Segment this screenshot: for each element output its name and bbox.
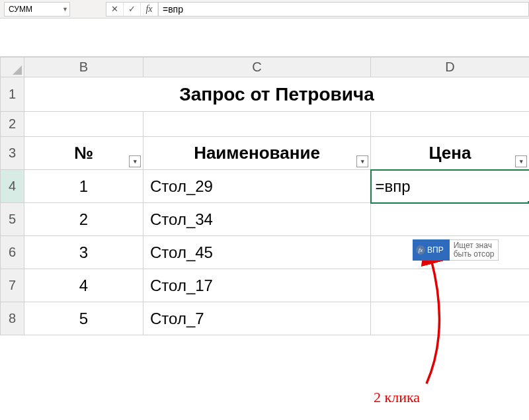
autocomplete-item[interactable]: fx ВПР (413, 239, 450, 261)
header-price-label: Цена (429, 143, 471, 163)
annotation-label: 2 клика (374, 389, 420, 406)
formula-bar-buttons: ✕ ✓ fx (106, 2, 158, 17)
filter-button[interactable]: ▾ (515, 155, 527, 167)
column-header-D[interactable]: D (371, 58, 530, 77)
select-all-corner[interactable] (1, 58, 24, 77)
cell-D5[interactable] (371, 203, 530, 236)
table-row: 5 2 Стол_34 (1, 203, 530, 236)
cell-B7[interactable]: 4 (24, 269, 143, 302)
cell-D7[interactable] (371, 269, 530, 302)
row-header-4[interactable]: 4 (1, 170, 24, 203)
cell-B6[interactable]: 3 (24, 236, 143, 269)
title-cell[interactable]: Запрос от Петровича (24, 77, 530, 112)
header-name[interactable]: Наименование ▾ (143, 137, 371, 170)
row-header-7[interactable]: 7 (1, 269, 24, 302)
insert-function-button[interactable]: fx (141, 3, 158, 16)
cell-B2[interactable] (24, 112, 143, 137)
cell-C6[interactable]: Стол_45 (143, 236, 371, 269)
cell-C4[interactable]: Стол_29 (143, 170, 371, 203)
cell-B5[interactable]: 2 (24, 203, 143, 236)
name-box-dropdown-icon[interactable]: ▼ (62, 6, 68, 13)
cell-B8[interactable]: 5 (24, 302, 143, 335)
row-header-2[interactable]: 2 (1, 112, 24, 137)
cell-C8[interactable]: Стол_7 (143, 302, 371, 335)
cell-C2[interactable] (143, 112, 371, 137)
table-row: 8 5 Стол_7 (1, 302, 530, 335)
table-row: 4 1 Стол_29 =впр (1, 170, 530, 203)
row-header-1[interactable]: 1 (1, 77, 24, 112)
row-header-8[interactable]: 8 (1, 302, 24, 335)
column-header-row: B C D (1, 58, 530, 77)
column-header-C[interactable]: C (143, 58, 371, 77)
formula-bar: СУММ ▼ ✕ ✓ fx =впр (0, 0, 529, 19)
row-header-6[interactable]: 6 (1, 236, 24, 269)
formula-confirm-button[interactable]: ✓ (124, 3, 141, 16)
table-row: 3 № ▾ Наименование ▾ Цена ▾ (1, 137, 530, 170)
cell-C7[interactable]: Стол_17 (143, 269, 371, 302)
table-row: 1 Запрос от Петровича (1, 77, 530, 112)
autocomplete-fn-name: ВПР (427, 245, 444, 255)
active-cell-text: =впр (376, 177, 411, 195)
fill-handle[interactable] (527, 200, 530, 203)
header-price[interactable]: Цена ▾ (371, 137, 530, 170)
autocomplete-description: Ищет знач быть отсор (450, 239, 499, 261)
table-row: 7 4 Стол_17 (1, 269, 530, 302)
formula-cancel-button[interactable]: ✕ (106, 3, 124, 16)
cell-D4-active[interactable]: =впр (371, 170, 530, 203)
formula-bar-expanded-area (0, 19, 529, 57)
formula-input-text: =впр (163, 4, 183, 15)
spreadsheet-grid[interactable]: B C D 1 Запрос от Петровича 2 3 № ▾ Наим… (0, 57, 529, 335)
table-row: 2 (1, 112, 530, 137)
name-box-value: СУММ (9, 5, 32, 14)
cell-B4[interactable]: 1 (24, 170, 143, 203)
column-header-B[interactable]: B (24, 58, 143, 77)
formula-input[interactable]: =впр (158, 2, 529, 17)
fx-icon: fx (416, 245, 425, 255)
header-num-label: № (74, 143, 93, 163)
filter-button[interactable]: ▾ (356, 155, 368, 167)
row-header-5[interactable]: 5 (1, 203, 24, 236)
cell-D2[interactable] (371, 112, 530, 137)
cell-D8[interactable] (371, 302, 530, 335)
row-header-3[interactable]: 3 (1, 137, 24, 170)
header-name-label: Наименование (194, 143, 320, 163)
formula-autocomplete-popup[interactable]: fx ВПР Ищет знач быть отсор (413, 239, 499, 261)
filter-button[interactable]: ▾ (129, 155, 141, 167)
name-box[interactable]: СУММ ▼ (4, 2, 70, 17)
header-num[interactable]: № ▾ (24, 137, 143, 170)
cell-C5[interactable]: Стол_34 (143, 203, 371, 236)
